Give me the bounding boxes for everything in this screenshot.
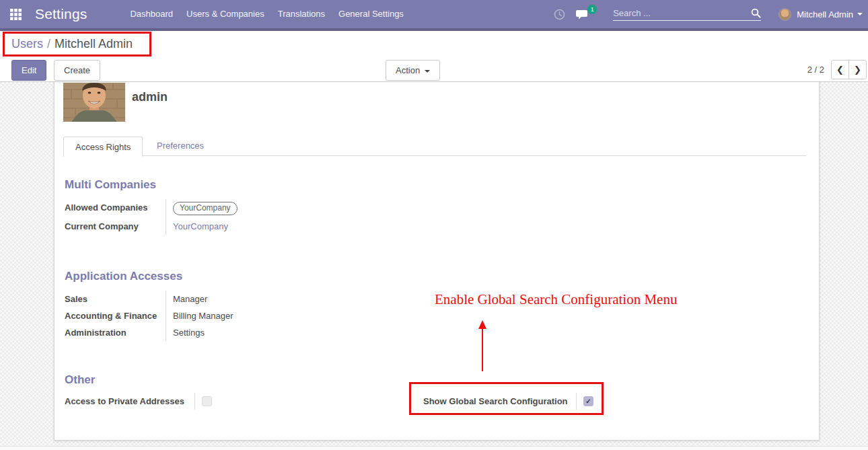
notebook-tabs: Access Rights Preferences [63,136,806,156]
checkbox-red-highlight [409,382,604,415]
access-private-addresses-checkbox[interactable] [202,396,212,406]
section-heading-application-accesses: Application Accesses [65,270,182,283]
company-tag: YourCompany [173,202,238,215]
action-area: Action [386,60,440,81]
group-multi-companies: Allowed Companies YourCompany Current Co… [65,199,367,235]
field-label-sales: Sales [65,291,166,307]
control-panel: Users/Mitchell Admin Edit Create Action … [0,31,868,82]
pager-value: 2 / 2 [807,65,824,75]
breadcrumb-separator: / [47,37,50,50]
field-label-allowed-companies: Allowed Companies [65,199,166,218]
user-photo-image [63,83,125,122]
breadcrumb-users-link[interactable]: Users [11,37,43,50]
edit-button[interactable]: Edit [11,60,46,81]
search-icon[interactable] [751,8,761,18]
pager: 2 / 2 ❮ ❯ [807,60,867,79]
main-menu: Dashboard Users & Companies Translations… [123,0,410,28]
menu-item-users-companies[interactable]: Users & Companies [180,0,271,28]
group-other-left: Access to Private Addresses [65,393,235,410]
user-photo [63,83,125,122]
annotation-arrow-up-icon [476,320,489,373]
menu-item-translations[interactable]: Translations [271,0,332,28]
field-value-current-company: YourCompany [166,218,367,235]
menu-item-general-settings[interactable]: General Settings [332,0,410,28]
field-value-sales: Manager [166,291,367,307]
navbar-right: 1 Mitchell Admin [554,0,863,28]
messages-chat-icon[interactable]: 1 [576,9,590,20]
top-navbar: Settings Dashboard Users & Companies Tra… [0,0,868,31]
menu-item-dashboard[interactable]: Dashboard [123,0,180,28]
breadcrumb-current: Mitchell Admin [55,37,133,50]
search-input[interactable] [613,8,751,18]
page: Settings Dashboard Users & Companies Tra… [0,0,868,450]
field-label-accounting-finance: Accounting & Finance [65,307,166,324]
apps-grid-icon[interactable] [7,5,24,23]
user-menu[interactable]: Mitchell Admin [797,9,853,20]
pager-next-button[interactable]: ❯ [848,60,867,79]
tab-preferences[interactable]: Preferences [145,136,215,156]
field-label-administration: Administration [65,324,166,341]
pager-previous-button[interactable]: ❮ [831,60,849,79]
app-title: Settings [35,6,87,22]
user-avatar[interactable] [779,8,791,21]
field-label-access-private-addresses: Access to Private Addresses [65,393,194,410]
field-value-administration: Settings [166,324,367,341]
group-application-accesses: Sales Manager Accounting & Finance Billi… [65,291,367,341]
global-search [613,8,761,21]
annotation-text: Enable Global Search Configuration Menu [435,291,677,308]
activities-clock-icon[interactable] [554,9,565,20]
record-title: admin [132,90,168,104]
current-company-link[interactable]: YourCompany [173,221,228,232]
chevron-left-icon: ❮ [836,65,844,75]
breadcrumb-red-highlight: Users/Mitchell Admin [3,32,151,57]
field-label-current-company: Current Company [65,218,166,235]
create-button[interactable]: Create [54,60,100,81]
section-heading-multi-companies: Multi Companies [65,178,156,192]
caret-down-icon [425,70,430,73]
pager-buttons: ❮ ❯ [831,60,867,79]
record-buttons: Edit Create [11,60,105,81]
apps-grid-glyph [10,9,22,20]
chevron-right-icon: ❯ [854,65,861,75]
field-value-accounting-finance: Billing Manager [166,307,367,324]
messages-count-badge: 1 [587,5,597,14]
field-value-allowed-companies: YourCompany [166,199,367,218]
field-value-access-private-addresses [194,393,235,410]
action-dropdown-button[interactable]: Action [386,60,440,81]
clock-glyph [554,9,565,20]
action-label: Action [396,65,420,75]
bottom-edge-strip [0,446,868,450]
section-heading-other: Other [65,373,95,387]
tab-access-rights[interactable]: Access Rights [63,137,143,157]
breadcrumb: Users/Mitchell Admin [11,37,133,51]
chevron-down-icon [857,13,863,15]
